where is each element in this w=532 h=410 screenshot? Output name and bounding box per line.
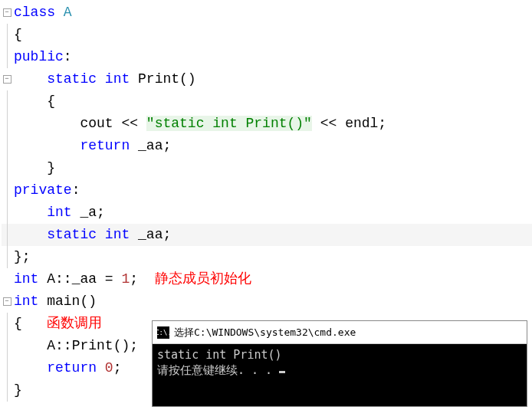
annotation: 函数调用 <box>47 316 102 331</box>
scope-op: :: <box>55 271 72 287</box>
keyword: static <box>14 71 97 87</box>
brace: { <box>12 90 55 113</box>
brace: } <box>12 379 22 402</box>
identifier: _aa <box>72 271 105 287</box>
annotation: 静态成员初始化 <box>155 271 251 287</box>
keyword: static <box>14 227 97 242</box>
code-line[interactable]: − int main() <box>2 290 532 313</box>
keyword: return <box>14 360 97 376</box>
brace: } <box>12 157 55 179</box>
punct: () <box>179 71 196 87</box>
space <box>138 271 155 287</box>
keyword: int <box>14 294 38 309</box>
punct: ; <box>113 360 122 376</box>
function-name: main <box>38 294 80 309</box>
code-line[interactable]: cout << "static int Print()" << endl; <box>2 113 532 135</box>
keyword: class <box>14 5 55 20</box>
identifier: _a; <box>72 205 105 220</box>
function-name: Print <box>130 71 179 87</box>
console-output[interactable]: static int Print() 请按任意键继续. . . <box>153 344 527 381</box>
scope-op: :: <box>55 338 72 353</box>
identifier: A <box>14 338 55 353</box>
code-line[interactable]: − class A <box>2 2 532 24</box>
keyword: int <box>97 71 130 87</box>
brace: }; <box>12 246 31 268</box>
operator: << <box>121 116 138 131</box>
fold-guide <box>2 113 12 135</box>
console-titlebar[interactable]: C:\. 选择C:\WINDOWS\system32\cmd.exe <box>153 321 527 344</box>
fold-guide <box>2 379 12 402</box>
keyword: return <box>14 138 130 153</box>
fold-guide <box>2 357 12 379</box>
console-window[interactable]: C:\. 选择C:\WINDOWS\system32\cmd.exe stati… <box>152 320 527 407</box>
console-line: static int Print() <box>157 348 282 362</box>
fold-guide <box>2 90 12 113</box>
fold-guide <box>2 335 12 357</box>
fold-guide <box>2 157 12 179</box>
keyword: private <box>14 182 72 198</box>
brace: { <box>12 24 22 46</box>
console-title-text: 选择C:\WINDOWS\system32\cmd.exe <box>174 326 356 339</box>
identifier: endl; <box>337 116 386 131</box>
keyword: int <box>97 227 130 242</box>
operator: << <box>320 116 337 131</box>
space <box>113 271 122 287</box>
fold-guide <box>2 246 12 268</box>
operator: = <box>105 271 113 287</box>
number: 0 <box>105 360 113 376</box>
class-name: A <box>55 5 72 20</box>
identifier: _aa; <box>130 227 171 242</box>
fold-toggle[interactable]: − <box>2 297 12 306</box>
code-line[interactable]: { <box>2 24 532 46</box>
keyword: public <box>14 49 64 64</box>
code-line[interactable]: − static int Print() <box>2 68 532 90</box>
number: 1 <box>121 271 130 287</box>
function-name: Print <box>72 338 113 353</box>
identifier: A <box>38 271 55 287</box>
space <box>312 116 320 131</box>
identifier: cout <box>14 116 121 131</box>
keyword: int <box>14 271 38 287</box>
fold-guide <box>2 313 12 335</box>
fold-guide <box>2 24 12 46</box>
fold-guide <box>2 179 12 202</box>
fold-guide <box>2 224 12 246</box>
code-line[interactable]: public: <box>2 46 532 68</box>
space <box>22 316 47 331</box>
punct: () <box>80 294 97 309</box>
punct: : <box>64 49 72 64</box>
code-line[interactable]: } <box>2 157 532 179</box>
identifier: _aa; <box>130 138 171 153</box>
console-line: 请按任意键继续. . . <box>157 363 279 377</box>
fold-guide <box>2 46 12 68</box>
code-line[interactable]: int A::_aa = 1; 静态成员初始化 <box>2 268 532 290</box>
punct: ; <box>130 271 138 287</box>
code-line[interactable]: }; <box>2 246 532 268</box>
space <box>97 360 105 376</box>
code-line[interactable]: static int _aa; <box>2 224 532 246</box>
fold-guide <box>2 135 12 157</box>
string-literal: "static int Print()" <box>146 116 312 131</box>
code-line[interactable]: int _a; <box>2 202 532 224</box>
fold-toggle[interactable]: − <box>2 8 12 17</box>
punct: (); <box>113 338 138 353</box>
fold-toggle[interactable]: − <box>2 75 12 84</box>
code-line[interactable]: { <box>2 90 532 113</box>
fold-guide <box>2 202 12 224</box>
keyword: int <box>14 205 72 220</box>
code-line[interactable]: return _aa; <box>2 135 532 157</box>
space <box>138 116 146 131</box>
console-icon: C:\. <box>157 326 169 339</box>
brace: { <box>14 316 22 331</box>
cursor-icon <box>279 371 285 373</box>
code-line[interactable]: private: <box>2 179 532 202</box>
punct: : <box>72 182 80 198</box>
